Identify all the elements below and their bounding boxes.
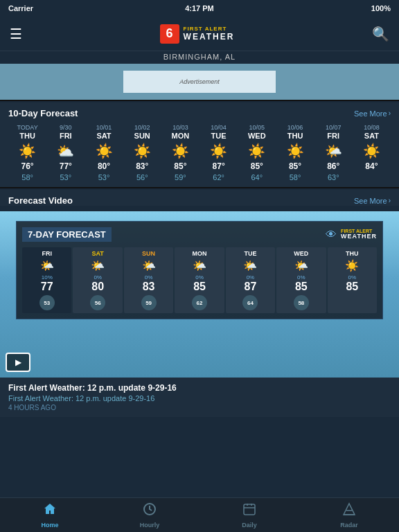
high-temp: 87° — [213, 161, 225, 171]
see-more-video[interactable]: See More › — [354, 197, 391, 205]
video-low: 62 — [192, 295, 207, 310]
high-temp: 85° — [251, 161, 263, 171]
forecast-day-8[interactable]: 10/07 FRI 🌤️ 86° 63° — [314, 124, 353, 181]
daily-icon — [242, 502, 257, 520]
carrier-label: Carrier — [8, 4, 33, 12]
home-tab-label: Home — [41, 522, 58, 529]
video-weather-icon: 🌤️ — [294, 259, 308, 272]
forecast-day-3[interactable]: 10/02 SUN ☀️ 83° 56° — [123, 124, 161, 181]
forecast-day-6[interactable]: 10/05 WED ☀️ 85° 64° — [238, 124, 276, 181]
video-precip: 0% — [94, 274, 102, 281]
video-title: First Alert Weather: 12 p.m. update 9-29… — [8, 383, 391, 393]
video-day-4[interactable]: TUE 🌤️ 0% 87 64 — [226, 247, 275, 313]
video-day-2[interactable]: SUN 🌤️ 0% 83 59 — [124, 247, 173, 313]
video-day-3[interactable]: MON 🌤️ 0% 85 62 — [175, 247, 224, 313]
day-name: WED — [248, 132, 266, 140]
date-label: 10/02 — [134, 124, 150, 131]
video-day-name: SAT — [92, 250, 104, 257]
video-day-name: TUE — [244, 250, 256, 257]
date-label: 10/01 — [96, 124, 112, 131]
status-bar: Carrier 4:17 PM 100% — [0, 0, 399, 17]
video-precip: 0% — [297, 274, 305, 281]
low-temp: 58° — [290, 173, 301, 181]
logo-text: FIRST ALERT WEATHER — [184, 26, 235, 42]
video-precip: 0% — [145, 274, 153, 281]
day-name: SUN — [134, 132, 150, 140]
video-day-6[interactable]: THU ☀️ 0% 85 — [328, 247, 377, 313]
battery-label: 100% — [371, 4, 391, 12]
radar-icon — [342, 502, 357, 520]
forecast-header: 10-Day Forecast See More › — [8, 108, 391, 118]
video-day-name: MON — [193, 250, 207, 257]
low-temp: 56° — [136, 173, 148, 181]
weather-icon: ☀️ — [172, 143, 189, 159]
forecast-day-9[interactable]: 10/08 SAT ☀️ 84° — [353, 124, 391, 181]
date-label: 10/08 — [364, 124, 380, 131]
play-button[interactable]: ▶ — [6, 353, 30, 372]
video-day-1[interactable]: SAT 🌤️ 0% 80 56 — [73, 247, 122, 313]
hourly-icon — [142, 502, 157, 520]
ad-inner: Advertisement — [123, 71, 276, 93]
video-section-title: Forecast Video — [8, 195, 73, 206]
7day-title: 7-DAY FORECAST — [22, 227, 112, 242]
forecast-day-5[interactable]: 10/04 TUE ☀️ 87° 62° — [200, 124, 238, 181]
video-low: 59 — [141, 295, 157, 310]
day-name: THU — [19, 132, 35, 140]
video-logo: 👁 FIRST ALERT WEATHER — [326, 229, 377, 241]
search-icon[interactable]: 🔍 — [372, 26, 389, 42]
video-day-5[interactable]: WED 🌤️ 0% 85 58 — [276, 247, 326, 313]
high-temp: 77° — [60, 161, 72, 171]
logo-container: 6 FIRST ALERT WEATHER — [160, 24, 235, 44]
weather-icon: ☀️ — [19, 143, 36, 159]
video-weather-icon: 🌤️ — [142, 259, 156, 272]
tab-home[interactable]: Home — [0, 502, 100, 529]
video-day-name: THU — [346, 250, 359, 257]
day-name: FRI — [327, 132, 339, 140]
date-label: TODAY — [17, 124, 38, 131]
video-low: 58 — [294, 295, 309, 310]
video-high: 85 — [193, 281, 206, 293]
date-label: 10/03 — [172, 124, 188, 131]
day-name: SAT — [364, 132, 379, 140]
forecast-day-2[interactable]: 10/01 SAT ☀️ 80° 53° — [85, 124, 123, 181]
low-temp: 62° — [213, 173, 224, 181]
forecast-video-section: Forecast Video See More › — [0, 190, 399, 206]
weather-icon: ⛅ — [57, 143, 74, 159]
radar-tab-label: Radar — [340, 522, 358, 529]
weather-icon: ☀️ — [96, 143, 113, 159]
date-label: 10/07 — [326, 124, 342, 131]
tab-radar[interactable]: Radar — [299, 502, 399, 529]
forecast-day-1[interactable]: 9/30 FRI ⛅ 77° 53° — [46, 124, 85, 181]
video-precip: 10% — [42, 274, 53, 281]
high-temp: 83° — [136, 161, 148, 171]
video-weather-icon: 🌤️ — [40, 259, 54, 272]
video-thumbnail[interactable]: 7-DAY FORECAST 👁 FIRST ALERT WEATHER FRI… — [0, 211, 399, 378]
date-label: 9/30 — [60, 124, 72, 131]
svg-marker-5 — [344, 504, 355, 515]
logo-6: 6 — [160, 24, 179, 44]
tab-daily[interactable]: Daily — [200, 502, 299, 529]
low-temp: 59° — [175, 173, 186, 181]
forecast-day-4[interactable]: 10/03 MON ☀️ 85° 59° — [161, 124, 200, 181]
video-day-name: FRI — [42, 250, 53, 257]
svg-rect-1 — [244, 504, 255, 515]
see-more-forecast[interactable]: See More › — [354, 109, 391, 118]
video-day-name: SUN — [142, 250, 155, 257]
video-alert-text: FIRST ALERT WEATHER — [341, 229, 377, 241]
forecast-day-7[interactable]: 10/06 THU ☀️ 85° 58° — [276, 124, 314, 181]
low-temp: 53° — [98, 173, 110, 181]
forecast-day-0[interactable]: TODAY THU ☀️ 76° 58° — [8, 124, 46, 181]
video-low: 64 — [242, 295, 258, 310]
video-day-name: WED — [294, 250, 308, 257]
weather-icon: ☀️ — [134, 143, 151, 159]
date-label: 10/06 — [287, 124, 303, 131]
video-precip: 0% — [195, 274, 204, 281]
video-info: First Alert Weather: 12 p.m. update 9-29… — [0, 378, 399, 417]
top-nav: ☰ 6 FIRST ALERT WEATHER 🔍 — [0, 17, 399, 51]
tab-hourly[interactable]: Hourly — [100, 502, 200, 529]
menu-icon[interactable]: ☰ — [10, 26, 22, 42]
video-day-0[interactable]: FRI 🌤️ 10% 77 53 — [22, 247, 71, 313]
video-precip: 0% — [247, 274, 255, 281]
weather-icon: ☀️ — [248, 143, 265, 159]
day-name: FRI — [60, 132, 72, 140]
